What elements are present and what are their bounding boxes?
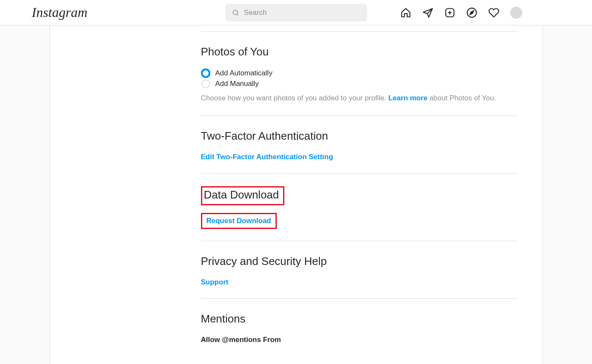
section-mentions: Mentions Allow @mentions From bbox=[201, 312, 518, 344]
help-text-post: about Photos of You. bbox=[427, 94, 496, 102]
svg-line-1 bbox=[237, 14, 238, 15]
settings-content: Photos of You Add Automatically Add Manu… bbox=[176, 25, 542, 364]
messages-icon[interactable] bbox=[422, 7, 433, 18]
home-icon[interactable] bbox=[400, 7, 411, 18]
radio-add-automatically[interactable]: Add Automatically bbox=[201, 69, 518, 78]
highlight-data-download-title: Data Download bbox=[201, 186, 285, 205]
svg-point-9 bbox=[204, 72, 207, 74]
divider bbox=[201, 31, 518, 32]
search-input[interactable] bbox=[244, 8, 360, 17]
radio-label: Add Manually bbox=[215, 80, 259, 88]
section-title-data-download: Data Download bbox=[204, 188, 279, 201]
activity-icon[interactable] bbox=[488, 7, 499, 18]
request-download-link[interactable]: Request Download bbox=[207, 217, 271, 225]
support-link[interactable]: Support bbox=[201, 278, 229, 287]
section-title-mentions: Mentions bbox=[201, 312, 518, 325]
help-text-pre: Choose how you want photos of you added … bbox=[201, 94, 388, 102]
photos-radio-group: Add Automatically Add Manually bbox=[201, 69, 518, 88]
new-post-icon[interactable] bbox=[444, 7, 455, 18]
section-data-download: Data Download Request Download bbox=[201, 174, 518, 241]
radio-selected-icon bbox=[201, 69, 210, 78]
edit-2fa-link[interactable]: Edit Two-Factor Authentication Setting bbox=[201, 153, 333, 161]
section-two-factor: Two-Factor Authentication Edit Two-Facto… bbox=[201, 130, 518, 174]
radio-add-manually[interactable]: Add Manually bbox=[201, 79, 518, 88]
explore-icon[interactable] bbox=[466, 7, 477, 18]
section-title-photos: Photos of You bbox=[201, 45, 518, 58]
section-title-privacy-help: Privacy and Security Help bbox=[201, 255, 518, 268]
search-icon bbox=[232, 9, 239, 17]
svg-point-10 bbox=[201, 80, 209, 88]
photos-help-text: Choose how you want photos of you added … bbox=[201, 93, 518, 104]
section-privacy-help: Privacy and Security Help Support bbox=[201, 255, 518, 299]
svg-marker-7 bbox=[470, 11, 474, 14]
highlight-request-download: Request Download bbox=[201, 213, 277, 229]
nav-icons bbox=[400, 7, 522, 19]
radio-unselected-icon bbox=[201, 79, 210, 88]
page-body: Photos of You Add Automatically Add Manu… bbox=[0, 25, 592, 364]
radio-label: Add Automatically bbox=[215, 69, 273, 77]
settings-sidebar bbox=[50, 25, 176, 364]
top-nav-bar: Instagram bbox=[0, 0, 592, 25]
profile-avatar[interactable] bbox=[510, 7, 522, 19]
learn-more-link[interactable]: Learn more bbox=[388, 94, 428, 102]
section-photos-of-you: Photos of You Add Automatically Add Manu… bbox=[201, 45, 518, 116]
instagram-logo[interactable]: Instagram bbox=[32, 5, 88, 20]
section-title-2fa: Two-Factor Authentication bbox=[201, 130, 518, 143]
settings-container: Photos of You Add Automatically Add Manu… bbox=[50, 25, 543, 364]
svg-point-0 bbox=[233, 10, 237, 14]
search-box[interactable] bbox=[225, 4, 367, 22]
mentions-sub-heading: Allow @mentions From bbox=[201, 336, 518, 344]
